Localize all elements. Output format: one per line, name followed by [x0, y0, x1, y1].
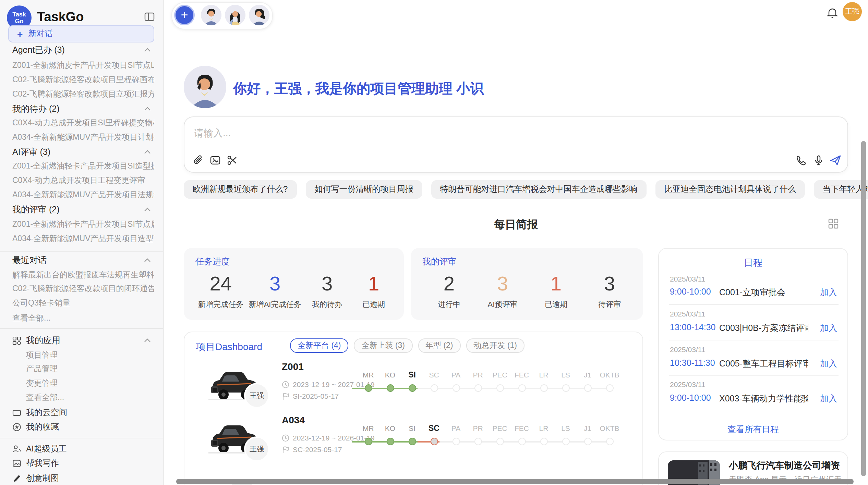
notifications-bell-icon[interactable] — [827, 7, 838, 18]
sidebar: Task Go TaskGo + 新对话 Agent已办 (3) Z001-全新… — [0, 0, 164, 485]
chevron-up-icon[interactable] — [144, 338, 151, 343]
sidebar-item-change-mgmt[interactable]: 变更管理 — [26, 377, 154, 388]
tab-new-bodywork[interactable]: 全新上装 (3) — [354, 338, 413, 353]
milestone: KO — [379, 369, 401, 392]
horizontal-scrollbar[interactable] — [176, 479, 854, 484]
stat-overdue: 1 已逾期 — [353, 272, 394, 310]
attach-file-icon[interactable] — [193, 155, 204, 166]
ai-staff-icon — [12, 445, 21, 453]
tab-model-year[interactable]: 年型 (2) — [418, 338, 461, 353]
sidebar-item[interactable]: Z001-全新燃油皮卡产品开发项目SI节点Lesson Learn报告 — [12, 60, 154, 71]
chevron-up-icon[interactable] — [144, 258, 151, 262]
new-session-button[interactable]: + — [174, 5, 195, 25]
assistant-avatar — [184, 66, 226, 108]
divider — [669, 375, 839, 376]
sidebar-item[interactable]: C02-飞腾新能源轻客改款项目里程碑画布 — [12, 74, 154, 85]
stat-label: 新增AI完成任务 — [249, 299, 301, 310]
send-icon[interactable] — [830, 155, 841, 166]
scissors-icon[interactable] — [227, 155, 238, 166]
sidebar-item[interactable]: A034-全新新能源MUV产品开发项目法规符合性评审 — [12, 189, 154, 200]
insert-image-icon[interactable] — [210, 155, 221, 166]
sidebar-item[interactable]: A034-全新新能源MUV产品开发项目造型可行性评审 — [12, 233, 154, 244]
chevron-up-icon[interactable] — [144, 150, 151, 154]
sidebar-item[interactable]: C02-飞腾新能源轻客改款项目立项汇报方案 — [12, 88, 154, 99]
flag-icon — [282, 446, 289, 453]
milestone: LR — [533, 369, 555, 392]
sidebar-item-project-mgmt[interactable]: 项目管理 — [26, 349, 154, 360]
sidebar-section-recent[interactable]: 最近对话 — [12, 254, 151, 266]
vertical-scrollbar[interactable] — [861, 141, 866, 476]
apps-grid-icon — [12, 336, 21, 345]
stat-ai-completed: 3 新增AI完成任务 — [249, 272, 301, 310]
voice-call-icon[interactable] — [795, 155, 806, 166]
sidebar-item[interactable]: Z001-全新燃油轻卡产品开发项目SI节点属性5D文件评审 — [12, 219, 154, 229]
sidebar-section-ai-review[interactable]: AI评审 (3) — [12, 146, 151, 158]
divider — [0, 438, 163, 438]
event-date: 2025/03/11 — [670, 380, 706, 388]
chevron-up-icon[interactable] — [144, 48, 151, 52]
sidebar-section-my-todo[interactable]: 我的待办 (2) — [12, 103, 151, 115]
sidebar-item[interactable]: Z001-全新燃油轻卡产品开发项目SI造型提交物评审 — [12, 160, 154, 171]
microphone-icon[interactable] — [813, 155, 824, 166]
divider — [669, 304, 839, 305]
milestone: FEC — [511, 369, 533, 392]
event-name: C001-立项审批会 — [719, 287, 808, 299]
collapse-sidebar-icon[interactable] — [144, 12, 155, 22]
view-all-conversations[interactable]: 查看全部... — [12, 312, 154, 323]
join-event-link[interactable]: 加入 — [820, 287, 837, 299]
tab-powertrain[interactable]: 动总开发 (1) — [466, 338, 525, 353]
event-date: 2025/03/11 — [670, 345, 706, 353]
milestone: OKTB — [599, 369, 620, 392]
chat-input-box[interactable] — [184, 116, 848, 173]
new-chat-label: 新对话 — [28, 28, 53, 40]
suggestion-chip[interactable]: 比亚迪全固态电池计划具体说了什么 — [655, 180, 805, 199]
sidebar-item[interactable]: 解释最新出台的欧盟报废车法规再生塑料比例被调至15%... — [12, 269, 154, 280]
sidebar-item[interactable]: C0X4-动力总成开发项目SI里程碑提交物检查 — [12, 117, 154, 128]
join-event-link[interactable]: 加入 — [820, 323, 837, 334]
sidebar-item-cloud-space[interactable]: 我的云空间 — [26, 407, 154, 418]
sidebar-item[interactable]: C02-飞腾新能源轻客改款项目的闭环通告反馈情况 — [12, 283, 154, 294]
sidebar-item-write-helper[interactable]: 帮我写作 — [26, 458, 154, 469]
milestone: SC — [423, 369, 445, 392]
card-title: 我的评审 — [422, 256, 636, 268]
tab-new-platform[interactable]: 全新平台 (4) — [290, 338, 349, 353]
section-title: 我的应用 — [26, 335, 60, 346]
milestone-timeline: MR KO SI SC PA PR PEC FEC LR LS J1 OKTB — [357, 369, 629, 397]
milestone: J1 — [577, 423, 599, 445]
sidebar-section-agent-done[interactable]: Agent已办 (3) — [12, 44, 151, 56]
news-title[interactable]: 小鹏飞行汽车制造公司增资 — [729, 460, 842, 472]
suggestion-chip[interactable]: 如何写一份清晰的项目周报 — [305, 180, 422, 199]
avatar[interactable] — [249, 5, 269, 25]
clock-icon — [282, 381, 289, 388]
join-event-link[interactable]: 加入 — [820, 393, 837, 405]
new-chat-button[interactable]: + 新对话 — [8, 25, 154, 42]
suggestion-chip[interactable]: 欧洲新规最近颁布了什么? — [184, 180, 297, 199]
sidebar-section-my-apps[interactable]: 我的应用 — [26, 334, 151, 347]
sidebar-item-ai-staff[interactable]: AI超级员工 — [26, 443, 154, 454]
user-avatar[interactable]: 王强 — [843, 2, 862, 21]
sidebar-item-favorites[interactable]: 我的收藏 — [26, 421, 154, 432]
event-time: 9:00-10:00 — [670, 287, 711, 297]
avatar[interactable] — [225, 5, 245, 25]
suggestion-chip[interactable]: 特朗普可能对进口汽车增税会对中国车企造成哪些影响 — [431, 180, 646, 199]
sidebar-item-product-mgmt[interactable]: 产品管理 — [26, 363, 154, 374]
chevron-up-icon[interactable] — [144, 107, 151, 111]
sidebar-section-my-review[interactable]: 我的评审 (2) — [12, 203, 151, 216]
sidebar-item[interactable]: A034-全新新能源MUV产品开发项目计划变更类编写 — [12, 132, 154, 142]
chevron-up-icon[interactable] — [144, 208, 151, 212]
layout-grid-icon[interactable] — [828, 219, 839, 229]
stat-in-progress: 2 进行中 — [429, 272, 470, 310]
section-title: 我的评审 (2) — [12, 204, 60, 215]
milestone: LS — [555, 423, 577, 445]
milestone: LR — [533, 423, 555, 445]
view-all-schedule-link[interactable]: 查看所有日程 — [659, 424, 847, 436]
avatar[interactable] — [201, 5, 221, 25]
suggestion-chip[interactable]: 当下年轻人对汽车外观有怎样的喜好趋势 — [813, 180, 868, 199]
sidebar-item-creative-drawing[interactable]: 创意制图 — [26, 473, 154, 484]
section-title: Agent已办 (3) — [12, 44, 65, 56]
join-event-link[interactable]: 加入 — [820, 358, 837, 370]
sidebar-item[interactable]: 公司Q3轻卡销量 — [12, 297, 154, 308]
view-all-apps[interactable]: 查看全部... — [26, 392, 154, 403]
sidebar-item[interactable]: C0X4-动力总成开发项目工程变更评审 — [12, 175, 154, 186]
milestone: FEC — [511, 423, 533, 445]
